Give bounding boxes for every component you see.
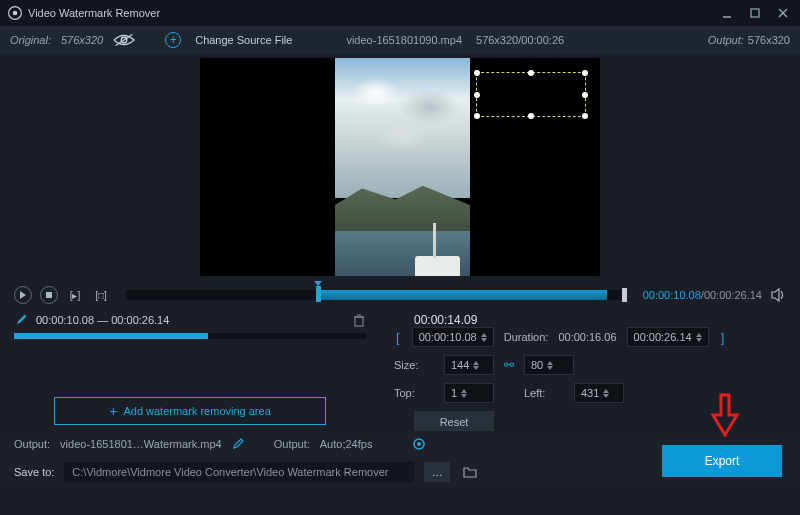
app-logo-icon	[8, 6, 22, 20]
preview-toggle-icon[interactable]	[113, 33, 135, 47]
segment-range: 00:00:10.08 — 00:00:26.14	[36, 314, 169, 326]
video-frame[interactable]	[200, 58, 600, 276]
delete-segment-icon[interactable]	[352, 313, 366, 327]
svg-marker-10	[772, 289, 779, 301]
output-label: Output:	[708, 34, 744, 46]
top-input[interactable]: 1	[444, 383, 494, 403]
timeline-playhead[interactable]	[316, 286, 321, 302]
svg-rect-9	[46, 292, 52, 298]
change-source-button[interactable]: Change Source File	[195, 34, 292, 46]
end-time-input[interactable]: 00:00:26.14	[627, 327, 709, 347]
output-filename: video-1651801…Watermark.mp4	[60, 438, 222, 450]
original-dims: 576x320	[61, 34, 103, 46]
infobar: Original: 576x320 + Change Source File v…	[0, 26, 800, 54]
parameters-panel: 00:00:14.09 [ 00:00:10.08 Duration:00:00…	[380, 313, 800, 431]
volume-icon[interactable]	[770, 287, 786, 303]
source-filename: video-1651801090.mp4	[346, 34, 462, 46]
watermark-selection[interactable]	[476, 72, 586, 117]
svg-marker-8	[20, 291, 26, 299]
stop-button[interactable]	[40, 286, 58, 304]
save-to-label: Save to:	[14, 466, 54, 478]
position-time: 00:00:14.09	[414, 313, 786, 327]
width-input[interactable]: 144	[444, 355, 494, 375]
add-watermark-area-button[interactable]: + Add watermark removing area	[54, 397, 326, 425]
duration-label: Duration:	[504, 331, 549, 343]
brush-icon	[14, 313, 28, 327]
bottom-bar: Output: video-1651801…Watermark.mp4 Outp…	[0, 431, 800, 487]
original-label: Original:	[10, 34, 51, 46]
output-dims: 576x320	[748, 34, 790, 46]
bracket-end-icon[interactable]: ]	[719, 330, 727, 345]
left-input[interactable]: 431	[574, 383, 624, 403]
play-button[interactable]	[14, 286, 32, 304]
output-settings-label: Output:	[274, 438, 310, 450]
timeline-scrubber[interactable]	[126, 290, 627, 300]
video-preview[interactable]	[0, 54, 800, 279]
open-folder-icon[interactable]	[460, 462, 480, 482]
set-end-button[interactable]: [□]	[92, 288, 110, 302]
settings-icon[interactable]	[412, 437, 426, 451]
size-label: Size:	[394, 359, 434, 371]
playback-controls: [▸] [□] 00:00:10.08/00:00:26.14	[0, 283, 800, 307]
close-button[interactable]	[774, 4, 792, 22]
start-time-input[interactable]: 00:00:10.08	[412, 327, 494, 347]
minimize-button[interactable]	[718, 4, 736, 22]
top-label: Top:	[394, 387, 434, 399]
browse-button[interactable]: …	[424, 462, 450, 482]
svg-point-15	[417, 442, 421, 446]
save-path-input[interactable]: C:\Vidmore\Vidmore Video Converter\Video…	[64, 462, 414, 482]
bracket-start-icon[interactable]: [	[394, 330, 402, 345]
playback-time: 00:00:10.08/00:00:26.14	[643, 289, 762, 301]
export-button[interactable]: Export	[662, 445, 782, 477]
duration-value: 00:00:16.06	[558, 331, 616, 343]
output-file-label: Output:	[14, 438, 50, 450]
maximize-button[interactable]	[746, 4, 764, 22]
add-source-icon[interactable]: +	[165, 32, 181, 48]
reset-button[interactable]: Reset	[414, 411, 494, 433]
height-input[interactable]: 80	[524, 355, 574, 375]
svg-rect-3	[751, 9, 759, 17]
add-watermark-label: Add watermark removing area	[123, 405, 270, 417]
svg-rect-11	[355, 317, 363, 326]
link-aspect-icon[interactable]: ⚯	[504, 358, 514, 372]
svg-point-1	[13, 11, 18, 16]
source-info: 576x320/00:00:26	[476, 34, 564, 46]
app-title: Video Watermark Remover	[28, 7, 160, 19]
segment-track[interactable]	[14, 333, 366, 339]
left-label: Left:	[524, 387, 564, 399]
segment-panel: 00:00:10.08 — 00:00:26.14 + Add watermar…	[0, 313, 380, 431]
edit-filename-icon[interactable]	[232, 438, 244, 450]
set-start-button[interactable]: [▸]	[66, 288, 84, 302]
output-settings-value: Auto;24fps	[320, 438, 373, 450]
titlebar: Video Watermark Remover	[0, 0, 800, 26]
